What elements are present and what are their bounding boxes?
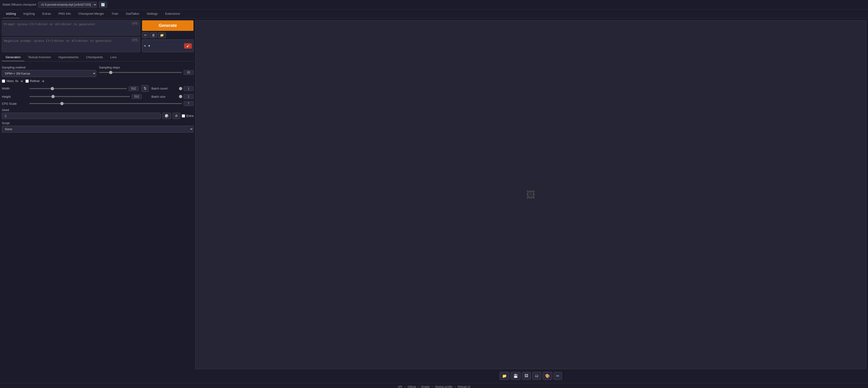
negative-prompt-input[interactable]: [2, 37, 140, 51]
batch-count-slider-container: [179, 88, 182, 89]
checkpoint-selector[interactable]: v1-5-pruned-emaonly.ckpt [cc6cb27103]: [38, 2, 97, 8]
seed-section: Seed 🎲 ♻ Extra: [2, 108, 193, 119]
hires-fix-label: Hires. fix: [6, 79, 19, 83]
cfg-scale-row: CFG Scale 7: [2, 101, 193, 106]
palette-btn[interactable]: 🎨: [542, 372, 552, 380]
seed-row: 🎲 ♻ Extra: [2, 113, 193, 119]
tab-settings[interactable]: Settings: [143, 9, 161, 18]
tab-png-info[interactable]: PNG Info: [55, 9, 74, 18]
seed-input[interactable]: [2, 113, 161, 119]
generate-col: Generate ✏ 🗑 📁 ✕ ▼ 🖌: [142, 20, 193, 52]
sampling-method-col: Sampling method DPM++ 2M KarrasEuler aEu…: [2, 66, 96, 77]
hires-arrow-icon: ◀: [20, 79, 23, 83]
tab-checkpoint-merger[interactable]: Checkpoint Merger: [74, 9, 108, 18]
sub-tab-lora[interactable]: Lora: [106, 54, 120, 61]
batch-size-value: 1: [184, 94, 193, 99]
script-section: Script None: [2, 121, 193, 132]
image-canvas: 🖼: [195, 20, 866, 369]
tab-extensions[interactable]: Extensions: [161, 9, 184, 18]
seed-extra-checkbox[interactable]: [182, 114, 185, 118]
width-batchcount-row: Width 512 ⇅ Batch count 1: [2, 85, 193, 92]
hires-refiner-row: Hires. fix ◀ Refiner ◀: [2, 79, 193, 83]
batch-count-value: 1: [184, 86, 193, 91]
cfg-scale-value: 7: [184, 101, 193, 106]
width-col: Width 512: [2, 85, 138, 92]
footer-api-link[interactable]: API: [398, 385, 402, 388]
positive-prompt-input[interactable]: [2, 21, 140, 35]
folder-yellow-btn[interactable]: 📁: [500, 372, 509, 380]
left-panel: 0/75 0/75 Generate ✏ 🗑 📁 ✕ ▼: [2, 20, 193, 381]
seed-recycle-btn[interactable]: ♻: [173, 113, 180, 119]
sub-tab-textual-inversion[interactable]: Textual Inversion: [24, 54, 55, 61]
positive-prompt-counter: 0/75: [131, 22, 138, 25]
sub-tabs: Generation Textual Inversion Hypernetwor…: [2, 54, 193, 61]
edit-btn[interactable]: ✏: [554, 372, 562, 380]
script-select[interactable]: None: [2, 126, 193, 132]
prompt-generate-wrapper: 0/75 0/75 Generate ✏ 🗑 📁 ✕ ▼: [2, 20, 193, 52]
footer-startup-link[interactable]: Startup profile: [435, 385, 453, 388]
refiner-checkbox[interactable]: [26, 80, 29, 83]
edit-buttons: ✏ 🗑 📁: [142, 32, 193, 38]
tab-txt2img[interactable]: txt2img: [2, 9, 20, 18]
footer-gradio-link[interactable]: Gradio: [421, 385, 430, 388]
height-slider-container: [29, 96, 130, 97]
checkpoint-refresh-btn[interactable]: 🔄: [99, 1, 107, 8]
save-btn[interactable]: 💾: [511, 372, 521, 380]
grid-btn[interactable]: 🗂: [532, 372, 541, 380]
seed-dice-btn[interactable]: 🎲: [162, 113, 171, 119]
sampling-method-select[interactable]: DPM++ 2M KarrasEuler aEulerLMSHeunDPM2DP…: [2, 70, 96, 77]
tab-img2img[interactable]: img2img: [20, 9, 38, 18]
batch-size-col: Batch size 1: [151, 94, 193, 99]
pencil-edit-btn[interactable]: ✏: [142, 32, 149, 38]
tab-sadtalker[interactable]: SadTalker: [122, 9, 143, 18]
cfg-scale-slider-container: [29, 103, 182, 104]
checkpoint-dropdown[interactable]: v1-5-pruned-emaonly.ckpt [cc6cb27103]: [38, 2, 97, 8]
footer-github-link[interactable]: Github: [408, 385, 416, 388]
image-toolbar: 📁 💾 🖼 🗂 🎨 ✏: [195, 370, 866, 381]
batch-count-slider[interactable]: [179, 88, 182, 89]
sampling-steps-label: Sampling steps: [99, 66, 193, 69]
positive-prompt-area: 0/75: [2, 20, 140, 35]
sub-tab-generation[interactable]: Generation: [2, 54, 24, 61]
trash-btn[interactable]: 🗑: [150, 32, 157, 38]
negative-prompt-counter: 0/75: [131, 38, 138, 42]
controls-area: Sampling method DPM++ 2M KarrasEuler aEu…: [2, 65, 193, 133]
image-input-x[interactable]: ✕: [144, 44, 146, 48]
width-slider-container: [29, 88, 127, 89]
image-btn[interactable]: 🖼: [522, 372, 531, 380]
refiner-checkbox-label[interactable]: Refiner: [26, 79, 40, 83]
seed-extra-label[interactable]: Extra: [182, 114, 193, 118]
swap-dimensions-btn[interactable]: ⇅: [142, 85, 149, 92]
seed-label: Seed: [2, 108, 193, 112]
sub-tab-hypernetworks[interactable]: Hypernetworks: [55, 54, 83, 61]
batch-size-slider[interactable]: [179, 96, 182, 97]
top-bar: Stable Diffusion checkpoint v1-5-pruned-…: [0, 0, 868, 9]
main-tabs: txt2img img2img Extras PNG Info Checkpoi…: [0, 9, 868, 19]
prompts-col: 0/75 0/75: [2, 20, 140, 52]
hires-fix-checkbox-label[interactable]: Hires. fix: [2, 79, 19, 83]
hires-fix-checkbox[interactable]: [2, 80, 5, 83]
tab-extras[interactable]: Extras: [38, 9, 55, 18]
tab-train[interactable]: Train: [108, 9, 122, 18]
batch-count-col: Batch count 1: [151, 85, 193, 92]
footer-links: API • Github • Gradio • Startup profile …: [2, 385, 866, 388]
batch-count-label: Batch count: [151, 87, 177, 90]
cfg-scale-slider[interactable]: [29, 103, 182, 104]
sampling-steps-slider[interactable]: [99, 72, 182, 73]
height-col: Height 512: [2, 94, 142, 99]
refiner-arrow-icon: ◀: [41, 79, 44, 83]
sampling-method-label: Sampling method: [2, 66, 96, 69]
width-value: 512: [129, 86, 138, 91]
height-value: 512: [132, 94, 142, 99]
width-slider[interactable]: [29, 88, 127, 89]
refiner-label: Refiner: [30, 79, 40, 83]
paint-btn[interactable]: 🖌: [184, 43, 192, 49]
image-input-chevron[interactable]: ▼: [148, 44, 151, 48]
generate-button[interactable]: Generate: [142, 20, 193, 31]
folder-btn[interactable]: 📁: [158, 32, 166, 38]
seed-extra-text: Extra: [186, 114, 193, 118]
sub-tab-checkpoints[interactable]: Checkpoints: [83, 54, 107, 61]
height-slider[interactable]: [29, 96, 130, 97]
height-batchsize-row: Height 512 Batch size 1: [2, 94, 193, 99]
footer-reload-link[interactable]: Reload UI: [458, 385, 470, 388]
